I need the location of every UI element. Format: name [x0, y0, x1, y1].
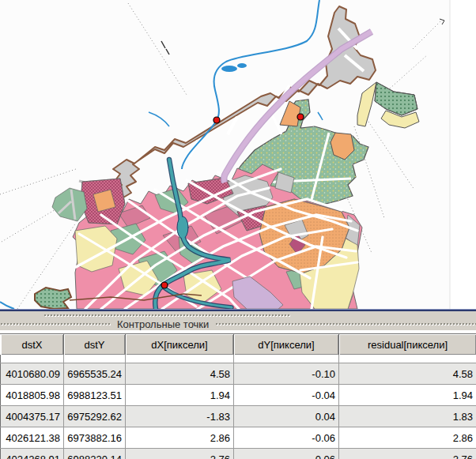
dock-grip-right[interactable]: [215, 322, 476, 326]
control-point-marker[interactable]: [213, 117, 220, 123]
table-cell[interactable]: -0.06: [234, 427, 339, 449]
table-row[interactable]: 4010680.096965535.244.58-0.104.58: [1, 363, 476, 385]
dock-grip-left[interactable]: [0, 322, 111, 326]
dock-title-bar: Контрольные точки: [0, 311, 476, 330]
table-cell[interactable]: 6988220.14: [64, 449, 126, 459]
table-cell[interactable]: 4024268.91: [1, 449, 64, 459]
table-cell[interactable]: 4018805.98: [1, 385, 64, 406]
table-cell[interactable]: 4010680.09: [1, 363, 64, 385]
column-header[interactable]: dY[пиксели]: [234, 334, 339, 356]
control-point-marker[interactable]: [161, 282, 168, 288]
table-cell[interactable]: 4026121.38: [1, 427, 64, 449]
dock-grip-handle[interactable]: [43, 314, 290, 318]
table-cell[interactable]: 4.58: [339, 363, 476, 385]
table-cell[interactable]: 0.06: [234, 449, 339, 459]
column-header[interactable]: dX[пиксели]: [126, 334, 234, 356]
table-cell[interactable]: -0.04: [234, 385, 339, 406]
georeferencer-window: Контрольные точки dstXdstYdX[пиксели]dY[…: [0, 0, 476, 459]
table-cell[interactable]: 2.76: [339, 449, 476, 459]
table-cell[interactable]: -1.83: [126, 406, 234, 427]
table-row[interactable]: 4024268.916988220.14-2.760.062.76: [1, 449, 476, 459]
map-canvas[interactable]: [0, 0, 476, 309]
control-points-table-wrap: dstXdstYdX[пиксели]dY[пиксели]residual[п…: [0, 330, 476, 459]
column-header[interactable]: dstX: [1, 334, 64, 356]
table-row[interactable]: 4004375.176975292.62-1.830.041.83: [1, 406, 476, 427]
column-header[interactable]: residual[пиксели]: [339, 334, 476, 356]
table-cell[interactable]: 2.86: [339, 427, 476, 449]
table-cell[interactable]: 6973882.16: [64, 427, 126, 449]
control-points-table: dstXdstYdX[пиксели]dY[пиксели]residual[п…: [0, 333, 476, 459]
table-spacer-row: [1, 355, 476, 363]
table-cell[interactable]: -2.76: [126, 449, 234, 459]
table-cell[interactable]: 6975292.62: [64, 406, 126, 427]
table-cell[interactable]: 6965535.24: [64, 363, 126, 385]
table-cell[interactable]: 4004375.17: [1, 406, 64, 427]
table-cell[interactable]: 1.83: [339, 406, 476, 427]
column-header[interactable]: dstY: [64, 334, 126, 356]
table-row[interactable]: 4018805.986988123.511.94-0.041.94: [1, 385, 476, 406]
table-row[interactable]: 4026121.386973882.162.86-0.062.86: [1, 427, 476, 449]
table-cell[interactable]: 0.04: [234, 406, 339, 427]
table-cell[interactable]: -0.10: [234, 363, 339, 385]
control-point-marker[interactable]: [297, 114, 304, 120]
table-cell[interactable]: 6988123.51: [64, 385, 126, 406]
table-cell[interactable]: 1.94: [126, 385, 234, 406]
table-cell[interactable]: 4.58: [126, 363, 234, 385]
map-image: [0, 0, 476, 309]
dock-title-label: Контрольные точки: [111, 319, 215, 329]
table-cell[interactable]: 1.94: [339, 385, 476, 406]
table-cell[interactable]: 2.86: [126, 427, 234, 449]
